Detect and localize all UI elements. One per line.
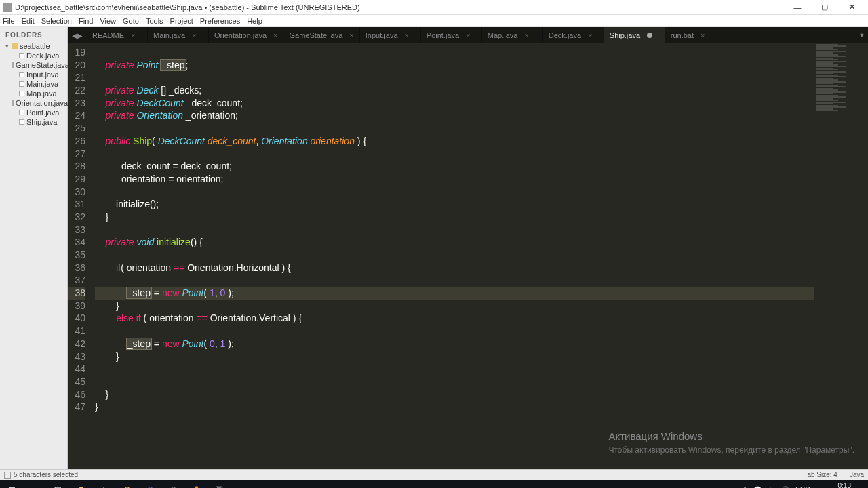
file-item[interactable]: GameState.java <box>0 60 67 70</box>
file-label: Input.java <box>26 70 59 79</box>
tab-bar: ◀▶ README× Main.java× Orientation.java× … <box>68 27 868 43</box>
close-button[interactable]: ✕ <box>838 1 865 14</box>
close-icon[interactable]: × <box>701 31 705 39</box>
file-label: Orientation.java <box>16 99 68 107</box>
tab-point[interactable]: Point.java× <box>421 27 482 43</box>
file-label: GameState.java <box>16 61 69 69</box>
tab-input[interactable]: Input.java× <box>360 27 421 43</box>
close-icon[interactable]: × <box>524 31 528 39</box>
menu-goto[interactable]: Goto <box>123 17 139 25</box>
menu-edit[interactable]: Edit <box>22 17 35 25</box>
tray-action-center-icon[interactable]: 💬 <box>753 486 762 489</box>
file-item[interactable]: Point.java <box>0 108 67 117</box>
tray-chevron-icon[interactable]: ˄ <box>743 486 747 489</box>
close-icon[interactable]: × <box>349 31 353 39</box>
window-titlebar: D:\project\sea_battle\src\com\evhenii\se… <box>0 0 868 15</box>
file-item[interactable]: Input.java <box>0 70 67 79</box>
tab-runbat[interactable]: run.bat× <box>665 27 726 43</box>
window-title: D:\project\sea_battle\src\com\evhenii\se… <box>15 3 784 12</box>
tray-network-icon[interactable]: ◬ <box>768 486 774 489</box>
tab-deck[interactable]: Deck.java× <box>543 27 604 43</box>
file-label: Main.java <box>26 80 58 88</box>
close-icon[interactable]: × <box>405 31 409 39</box>
task-view-button[interactable]: ▢ <box>46 480 69 488</box>
menu-tools[interactable]: Tools <box>146 17 163 25</box>
app-icon-1[interactable]: ◆ <box>92 480 115 488</box>
minimap[interactable] <box>814 43 868 469</box>
file-item[interactable]: Deck.java <box>0 51 67 60</box>
file-tree: ▾seabattle Deck.java GameState.java Inpu… <box>0 41 67 127</box>
tab-main[interactable]: Main.java× <box>148 27 209 43</box>
chrome-icon[interactable]: ◉ <box>115 480 138 488</box>
folder-root[interactable]: ▾seabattle <box>0 41 67 51</box>
obs-icon[interactable]: ◎ <box>161 480 184 488</box>
tray-language[interactable]: ENG <box>795 486 810 489</box>
tab-label: Orientation.java <box>214 31 267 39</box>
close-icon[interactable]: × <box>466 31 470 39</box>
tab-label: Map.java <box>488 31 518 39</box>
status-tab-size[interactable]: Tab Size: 4 <box>804 471 837 479</box>
dirty-icon <box>647 33 652 38</box>
viber-icon[interactable]: ◉ <box>138 480 161 488</box>
sublime-icon[interactable]: ▮ <box>184 480 208 488</box>
menu-preferences[interactable]: Preferences <box>200 17 240 25</box>
menu-help[interactable]: Help <box>247 17 262 25</box>
tab-map[interactable]: Map.java× <box>482 27 543 43</box>
file-label: Map.java <box>26 89 57 98</box>
tray-sound-icon[interactable]: 🔊 <box>781 486 789 489</box>
minimize-button[interactable]: — <box>784 1 811 14</box>
status-syntax[interactable]: Java <box>850 471 864 479</box>
app-icon <box>3 3 12 12</box>
tray-time: 0:13 <box>817 482 851 488</box>
file-item[interactable]: Main.java <box>0 79 67 89</box>
watermark-title: Активация Windows <box>608 430 854 443</box>
tab-label: README <box>92 31 124 39</box>
menu-project[interactable]: Project <box>170 17 193 25</box>
file-item[interactable]: Ship.java <box>0 117 67 127</box>
file-label: Ship.java <box>26 118 57 126</box>
file-explorer-icon[interactable]: ▮ <box>69 480 92 488</box>
file-label: Point.java <box>26 108 59 117</box>
file-item[interactable]: Orientation.java <box>0 98 67 108</box>
menu-find[interactable]: Find <box>79 17 93 25</box>
tab-label: Main.java <box>153 31 185 39</box>
tray-notifications-icon[interactable]: ▭ <box>858 486 864 489</box>
close-icon[interactable]: × <box>131 31 135 39</box>
search-button[interactable]: ⌕ <box>23 480 46 488</box>
start-button[interactable]: ⊞ <box>0 480 23 488</box>
file-label: Deck.java <box>26 52 59 60</box>
tab-label: Input.java <box>366 31 398 39</box>
menu-view[interactable]: View <box>100 17 116 25</box>
tab-label: GameState.java <box>289 31 342 39</box>
sidebar-header: FOLDERS <box>0 27 67 41</box>
line-gutter: 1920212223242526272829303132333435363738… <box>68 43 90 469</box>
code-area[interactable]: private Point _step; private Deck [] _de… <box>90 43 868 469</box>
maximize-button[interactable]: ▢ <box>811 1 838 14</box>
tray-clock[interactable]: 0:13 12.04.2018 <box>817 482 851 488</box>
system-tray[interactable]: ˄ 💬 ◬ 🔊 ENG 0:13 12.04.2018 ▭ <box>743 482 868 488</box>
tab-label: Deck.java <box>549 31 581 39</box>
tab-ship[interactable]: Ship.java <box>604 27 665 43</box>
menu-file[interactable]: File <box>3 17 15 25</box>
tab-readme[interactable]: README× <box>87 27 148 43</box>
watermark-subtitle: Чтобы активировать Windows, перейдите в … <box>608 444 854 457</box>
tab-overflow-icon[interactable]: ▼ <box>856 27 868 43</box>
tab-label: Ship.java <box>610 31 640 39</box>
close-icon[interactable]: × <box>273 31 277 39</box>
editor-zone: ◀▶ README× Main.java× Orientation.java× … <box>68 27 868 469</box>
file-item[interactable]: Map.java <box>0 89 67 98</box>
tab-nav-arrows[interactable]: ◀▶ <box>68 27 87 43</box>
tab-orientation[interactable]: Orientation.java× <box>209 27 283 43</box>
status-bar: 5 characters selected Tab Size: 4 Java <box>0 469 868 480</box>
menu-selection[interactable]: Selection <box>41 17 72 25</box>
selection-icon <box>4 472 11 479</box>
tab-gamestate[interactable]: GameState.java× <box>283 27 359 43</box>
terminal-icon[interactable]: ▣ <box>208 480 231 488</box>
windows-taskbar: ⊞ ⌕ ▢ ▮ ◆ ◉ ◉ ◎ ▮ ▣ ˄ 💬 ◬ 🔊 ENG 0:13 12.… <box>0 480 868 488</box>
tab-label: run.bat <box>671 31 694 39</box>
close-icon[interactable]: × <box>588 31 592 39</box>
menu-bar: File Edit Selection Find View Goto Tools… <box>0 15 868 27</box>
close-icon[interactable]: × <box>192 31 196 39</box>
code-editor[interactable]: 1920212223242526272829303132333435363738… <box>68 43 868 469</box>
folder-label: seabattle <box>20 42 50 50</box>
